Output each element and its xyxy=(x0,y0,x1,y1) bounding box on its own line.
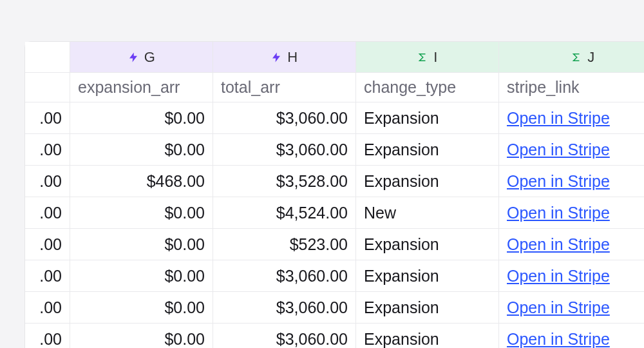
cell-expansion-arr[interactable]: $0.00 xyxy=(70,229,213,260)
cell-change-type[interactable]: New xyxy=(356,197,499,228)
cell-expansion-arr[interactable]: $0.00 xyxy=(70,324,213,348)
cell-change-type[interactable]: Expansion xyxy=(356,260,499,291)
table-row: .00 $468.00 $3,528.00 Expansion Open in … xyxy=(25,166,644,197)
cell-stub[interactable]: .00 xyxy=(25,197,70,228)
field-header[interactable]: expansion_arr xyxy=(70,73,213,102)
cell-total-arr[interactable]: $3,060.00 xyxy=(213,292,356,323)
bolt-icon xyxy=(128,52,139,63)
cell-stub[interactable]: .00 xyxy=(25,324,70,348)
cell-change-type[interactable]: Expansion xyxy=(356,134,499,165)
stripe-link[interactable]: Open in Stripe xyxy=(507,237,610,253)
cell-stripe-link[interactable]: Open in Stripe xyxy=(499,260,644,291)
bolt-icon xyxy=(270,52,282,63)
column-header-i[interactable]: I xyxy=(356,42,499,72)
column-letter: G xyxy=(144,50,156,64)
cell-expansion-arr[interactable]: $0.00 xyxy=(70,260,213,291)
stripe-link[interactable]: Open in Stripe xyxy=(507,268,610,284)
cell-stub[interactable]: .00 xyxy=(25,260,70,291)
cell-stripe-link[interactable]: Open in Stripe xyxy=(499,292,644,323)
cell-stub[interactable]: .00 xyxy=(25,102,70,133)
table-row: .00 $0.00 $3,060.00 Expansion Open in St… xyxy=(25,292,644,324)
stripe-link[interactable]: Open in Stripe xyxy=(507,142,610,158)
field-header[interactable]: change_type xyxy=(356,73,499,102)
cell-expansion-arr[interactable]: $468.00 xyxy=(70,166,213,197)
column-header-j[interactable]: J xyxy=(499,42,644,72)
cell-total-arr[interactable]: $3,060.00 xyxy=(213,102,356,133)
cell-change-type[interactable]: Expansion xyxy=(356,102,499,133)
cell-stub[interactable]: .00 xyxy=(25,229,70,260)
column-letter-row: G H I J xyxy=(25,42,644,73)
table-row: .00 $0.00 $3,060.00 Expansion Open in St… xyxy=(25,134,644,166)
cell-stripe-link[interactable]: Open in Stripe xyxy=(499,102,644,133)
row-stub xyxy=(25,42,70,72)
sigma-icon xyxy=(571,52,582,63)
cell-expansion-arr[interactable]: $0.00 xyxy=(70,197,213,228)
field-header[interactable]: total_arr xyxy=(213,73,356,102)
table-row: .00 $0.00 $3,060.00 Expansion Open in St… xyxy=(25,260,644,292)
cell-stripe-link[interactable]: Open in Stripe xyxy=(499,166,644,197)
cell-total-arr[interactable]: $3,060.00 xyxy=(213,134,356,165)
cell-stub[interactable]: .00 xyxy=(25,292,70,323)
cell-stub[interactable]: .00 xyxy=(25,166,70,197)
table-row: .00 $0.00 $3,060.00 Expansion Open in St… xyxy=(25,324,644,348)
table-row: .00 $0.00 $3,060.00 Expansion Open in St… xyxy=(25,102,644,134)
cell-change-type[interactable]: Expansion xyxy=(356,292,499,323)
cell-total-arr[interactable]: $3,060.00 xyxy=(213,260,356,291)
cell-stripe-link[interactable]: Open in Stripe xyxy=(499,229,644,260)
cell-stripe-link[interactable]: Open in Stripe xyxy=(499,134,644,165)
cell-total-arr[interactable]: $3,528.00 xyxy=(213,166,356,197)
cell-expansion-arr[interactable]: $0.00 xyxy=(70,102,213,133)
sigma-icon xyxy=(417,52,428,63)
stripe-link[interactable]: Open in Stripe xyxy=(507,110,610,126)
cell-expansion-arr[interactable]: $0.00 xyxy=(70,292,213,323)
cell-change-type[interactable]: Expansion xyxy=(356,229,499,260)
row-stub xyxy=(25,73,70,102)
cell-stripe-link[interactable]: Open in Stripe xyxy=(499,324,644,348)
cell-expansion-arr[interactable]: $0.00 xyxy=(70,134,213,165)
cell-total-arr[interactable]: $3,060.00 xyxy=(213,324,356,348)
table-row: .00 $0.00 $4,524.00 New Open in Stripe xyxy=(25,197,644,229)
cell-stub[interactable]: .00 xyxy=(25,134,70,165)
cell-change-type[interactable]: Expansion xyxy=(356,166,499,197)
stripe-link[interactable]: Open in Stripe xyxy=(507,300,610,316)
stripe-link[interactable]: Open in Stripe xyxy=(507,205,610,221)
column-letter: J xyxy=(587,50,595,64)
field-header[interactable]: stripe_link xyxy=(499,73,644,102)
cell-change-type[interactable]: Expansion xyxy=(356,324,499,348)
column-letter: I xyxy=(433,50,438,64)
cell-stripe-link[interactable]: Open in Stripe xyxy=(499,197,644,228)
column-header-h[interactable]: H xyxy=(213,42,356,72)
stripe-link[interactable]: Open in Stripe xyxy=(507,331,610,347)
spreadsheet[interactable]: G H I J expansion_arr total_arr change_t… xyxy=(24,41,644,348)
stripe-link[interactable]: Open in Stripe xyxy=(507,173,610,189)
table-row: .00 $0.00 $523.00 Expansion Open in Stri… xyxy=(25,229,644,260)
cell-total-arr[interactable]: $4,524.00 xyxy=(213,197,356,228)
field-header-row: expansion_arr total_arr change_type stri… xyxy=(25,73,644,102)
column-header-g[interactable]: G xyxy=(70,42,213,72)
column-letter: H xyxy=(287,50,298,64)
cell-total-arr[interactable]: $523.00 xyxy=(213,229,356,260)
